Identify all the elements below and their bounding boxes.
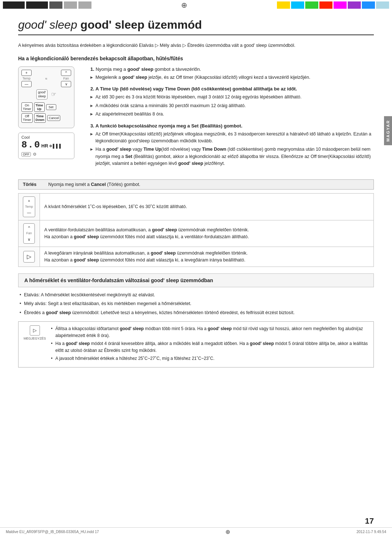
step-1-bullets: Megjelenik a good' sleep jelzője, és az … <box>90 74 374 81</box>
remote-timer-row2: OffTimer TimeDown Cancel <box>21 113 71 123</box>
step-2-bullets: Az idő 30 perc és 3 óra között félórás l… <box>90 94 374 118</box>
display-hr: HR <box>41 143 48 149</box>
color-yellow <box>277 1 290 9</box>
icon-cell-airflow: ▷ <box>19 247 40 267</box>
top-bar-center: ⊕ <box>94 0 274 10</box>
fan-label: Fan <box>26 231 32 236</box>
remote-good-sleep-btn: good'sleep <box>36 89 48 100</box>
color-green <box>305 1 318 9</box>
button-table: + Temp — A kívánt hőmérséklet 1˚C-os lép… <box>18 193 374 267</box>
cancel-label: Törlés <box>23 182 41 187</box>
compass-icon-bottom: ⊕ <box>225 528 230 535</box>
color-cyan <box>291 1 304 9</box>
page-number: 17 <box>365 516 374 526</box>
step-3-title: 3. A funkció bekapcsolásához nyomja meg … <box>90 123 374 129</box>
remote-on-timer-btn: OnTimer <box>21 102 33 112</box>
step-2-bullet-2: A működési órák száma a minimális 30 per… <box>90 102 374 109</box>
top-bar-color-blocks <box>274 0 392 10</box>
remote-body: + Temp — ≈ ^ Fan ∨ good <box>18 66 74 128</box>
section2-bullet-3: Ébredés a good' sleep üzemmódból: Lehető… <box>18 309 374 316</box>
section2-heading: A hőmérséklet és ventilátor-fordulatszám… <box>18 273 374 287</box>
step-2-bullet-1: Az idő 30 perc és 3 óra között félórás l… <box>90 94 374 101</box>
airflow-description: A levegőáram irányának beállítása automa… <box>40 247 374 267</box>
airflow-icon: ▷ <box>27 252 31 261</box>
section2-bullet-1: Elalvás: A hőmérséklet lecsökkentésével … <box>18 292 374 299</box>
fan-up: ^ <box>28 225 30 231</box>
remote-off-timer-btn: OffTimer <box>21 113 33 123</box>
icon-cell-fan: ^ Fan ∨ <box>19 220 40 247</box>
display-digits: 8.0 <box>21 139 41 150</box>
remote-plus-btn: + <box>21 70 32 76</box>
fan-down: ∨ <box>28 236 30 243</box>
compass-icon-top: ⊕ <box>181 1 187 9</box>
remote-up-btn: ^ <box>61 70 71 76</box>
remote-cancel-btn: Cancel <box>47 115 60 121</box>
table-row-fan: ^ Fan ∨ A ventilátor-fordulatszám beállí… <box>19 220 374 247</box>
remote-top-row: + Temp — ≈ ^ Fan ∨ <box>21 70 71 87</box>
cancel-box: Törlés Nyomja meg ismét a Cancel (Törlés… <box>18 179 374 190</box>
page-title: good' sleep good' sleep üzemmód <box>18 18 374 35</box>
note-box: ▷ MEGJEGYZÉS Állítsa a kikapcsolási időt… <box>18 321 374 368</box>
section2-bullet-2: Mély alvás: Segít a test ellazításában, … <box>18 300 374 307</box>
gray-block-1 <box>64 1 77 9</box>
section1-heading: Ha a légkondicionáló berendezés bekapcso… <box>18 56 374 61</box>
color-blue <box>362 1 375 9</box>
note-bullet-3: A javasolt hőmérséklet értékek a hűtéshe… <box>50 355 368 362</box>
temp-plus: + <box>28 198 30 204</box>
note-label: MEGJEGYZÉS <box>24 336 46 341</box>
note-bullet-1: Állítsa a kikapcsolási időtartamot good'… <box>50 325 368 339</box>
steps-content: 1. Nyomja meg a good' sleep gombot a táv… <box>90 66 374 172</box>
note-icon-area: ▷ MEGJEGYZÉS <box>24 325 46 364</box>
icon-cell-temp: + Temp — <box>19 194 40 220</box>
note-icon: ▷ <box>30 325 40 336</box>
remote-time-down-btn: TimeDown <box>34 113 46 123</box>
display-snowflake: ❄ <box>49 144 52 149</box>
file-info-right: 2012-11-7 9.49.54 <box>356 530 386 534</box>
temp-label: Temp <box>25 204 33 210</box>
remote-timer-row1: OnTimer TimeUp Set <box>21 102 71 112</box>
step-3-bullet-2: Ha a good' sleep vagy Time Up(Idő növelé… <box>90 146 374 167</box>
top-decorative-bar: ⊕ <box>0 0 392 10</box>
remote-illustration: + Temp — ≈ ^ Fan ∨ good <box>18 66 82 172</box>
note-bullet-list: Állítsa a kikapcsolási időtartamot good'… <box>50 325 368 362</box>
airflow-icon-box: ▷ <box>23 251 35 263</box>
step-3-bullets: Az Off timer(Kikapcsolási időzítő) jelző… <box>90 131 374 167</box>
remote-set-btn: Set <box>46 104 56 110</box>
color-purple <box>348 1 361 9</box>
cancel-text: Nyomja meg ismét a Cancel (Törlés) gombo… <box>48 182 140 187</box>
remote-down-btn: ∨ <box>61 81 71 87</box>
fan-description: A ventilátor-fordulatszám beállítása aut… <box>40 220 374 247</box>
section2-bullet-list: Elalvás: A hőmérséklet lecsökkentésével … <box>18 292 374 316</box>
note-bullet-2: Ha a good' sleep módot 4 óránál kevesebb… <box>50 340 368 354</box>
main-content: good' sleep good' sleep üzemmód A kényel… <box>0 11 392 375</box>
table-row-airflow: ▷ A levegőáram irányának beállítása auto… <box>19 247 374 267</box>
display-off-row: OFF ⊙ <box>21 151 71 157</box>
side-tab-magyar: MAGYAR <box>384 116 392 145</box>
intro-paragraph: A kényelmes alvás biztosítása érdekében … <box>18 42 345 49</box>
step-3: 3. A funkció bekapcsolásához nyomja meg … <box>90 123 374 167</box>
step-3-bullet-1: Az Off timer(Kikapcsolási időzítő) jelző… <box>90 131 374 145</box>
file-info-left: Maldive EU_AR09FSFP@_IB_DB68-03365A_HU.i… <box>6 530 99 534</box>
remote-display: Cool 8.0 HR ❄ ▌▌▌ OFF ⊙ <box>18 133 74 159</box>
note-content: Állítsa a kikapcsolási időtartamot good'… <box>50 325 368 364</box>
step-2: 2. A Time Up (Idő növelése) vagy Time Do… <box>90 86 374 118</box>
display-cool-label: Cool <box>21 135 71 139</box>
temp-icon-box: + Temp — <box>23 196 35 217</box>
display-digits-row: 8.0 HR ❄ ▌▌▌ <box>21 139 71 150</box>
display-circle-icon: ⊙ <box>33 152 36 156</box>
step-1-bullet-1: Megjelenik a good' sleep jelzője, és az … <box>90 74 374 81</box>
color-light-blue <box>376 1 389 9</box>
temp-description: A kívánt hőmérséklet 1˚C-os lépésekben, … <box>40 194 374 220</box>
black-block-3 <box>49 1 62 9</box>
remote-time-up-btn: TimeUp <box>34 102 45 112</box>
black-block-1 <box>3 1 25 9</box>
step-1: 1. Nyomja meg a good' sleep gombot a táv… <box>90 66 374 81</box>
step-2-title: 2. A Time Up (Idő növelése) vagy Time Do… <box>90 86 374 92</box>
top-bar-left-blocks <box>0 0 94 10</box>
table-row-temp: + Temp — A kívánt hőmérséklet 1˚C-os lép… <box>19 194 374 220</box>
top-section: + Temp — ≈ ^ Fan ∨ good <box>18 66 374 172</box>
color-red <box>319 1 332 9</box>
step-2-bullet-3: Az alapértelmezett beállítás 8 óra. <box>90 111 374 118</box>
black-block-2 <box>26 1 48 9</box>
display-off-label: OFF <box>21 152 31 157</box>
